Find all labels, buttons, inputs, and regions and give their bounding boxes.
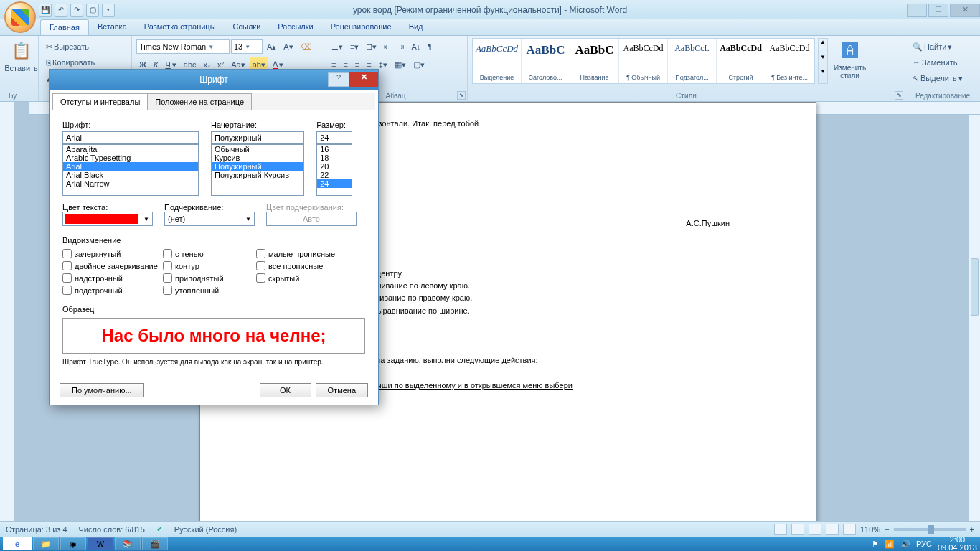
list-item[interactable]: Курсив xyxy=(212,154,303,162)
zoom-out-button[interactable]: − xyxy=(885,525,889,534)
view-draft[interactable] xyxy=(843,524,856,535)
view-print-layout[interactable] xyxy=(774,524,787,535)
cut-button[interactable]: ✂Вырезать xyxy=(43,39,92,54)
effect-checkbox[interactable]: зачеркнутый xyxy=(62,249,163,258)
minimize-button[interactable]: — xyxy=(907,4,927,17)
font-name-input[interactable] xyxy=(62,131,199,144)
style-item[interactable]: AaBbCcDdСтрогий xyxy=(717,39,765,83)
numbering-button[interactable]: ≡▾ xyxy=(347,39,362,54)
copy-button[interactable]: ⎘Копировать xyxy=(43,55,98,70)
indent-inc-button[interactable]: ⇥ xyxy=(395,39,407,54)
tray-date[interactable]: 09.04.2013 xyxy=(938,544,977,551)
show-marks-button[interactable]: ¶ xyxy=(425,39,435,54)
taskbar-chrome-icon[interactable]: ◉ xyxy=(60,537,86,550)
find-button[interactable]: 🔍Найти▾ xyxy=(910,39,955,54)
font-listbox[interactable]: AparajitaArabic TypesettingArialArial Bl… xyxy=(62,144,199,196)
list-item[interactable]: Arial Black xyxy=(63,171,198,179)
view-web[interactable] xyxy=(809,524,821,535)
list-item[interactable]: Полужирный xyxy=(212,162,303,171)
tab-home[interactable]: Главная xyxy=(40,19,89,35)
style-item[interactable]: AaBbCcDd¶ Без инте... xyxy=(765,39,814,83)
tray-language[interactable]: РУС xyxy=(916,540,932,548)
tray-flag-icon[interactable]: ⚑ xyxy=(872,540,879,549)
list-item[interactable]: Aparajita xyxy=(63,145,198,154)
default-button[interactable]: По умолчанию... xyxy=(60,383,144,397)
gallery-down-icon[interactable]: ▼ xyxy=(819,54,827,69)
cancel-button[interactable]: Отмена xyxy=(316,383,368,397)
save-icon[interactable]: 💾 xyxy=(39,4,52,17)
effect-checkbox[interactable]: двойное зачеркивание xyxy=(62,261,163,270)
font-name-combo[interactable]: Times New Roman▼ xyxy=(136,39,230,54)
shrink-font-icon[interactable]: A▾ xyxy=(281,39,296,54)
effect-checkbox[interactable]: все прописные xyxy=(256,261,357,270)
taskbar-ie-icon[interactable]: e xyxy=(3,537,32,550)
style-item[interactable]: AaBbCНазвание xyxy=(570,39,619,83)
taskbar-word-icon[interactable]: W xyxy=(88,537,113,550)
undo-icon[interactable]: ↶ xyxy=(55,4,67,17)
list-item[interactable]: 16 xyxy=(317,145,352,154)
effect-checkbox[interactable]: подстрочный xyxy=(62,286,163,295)
tray-volume-icon[interactable]: 🔊 xyxy=(900,540,910,549)
tab-view[interactable]: Вид xyxy=(400,19,432,35)
multilevel-button[interactable]: ⊟▾ xyxy=(363,39,380,54)
effect-checkbox[interactable]: приподнятый xyxy=(163,273,256,283)
zoom-level[interactable]: 110% xyxy=(860,525,880,534)
vertical-scrollbar[interactable] xyxy=(969,115,980,521)
proofing-icon[interactable]: ✔ xyxy=(156,524,163,534)
effect-checkbox[interactable]: надстрочный xyxy=(62,273,163,283)
list-item[interactable]: 18 xyxy=(317,154,352,162)
effect-checkbox[interactable]: с тенью xyxy=(163,249,256,258)
office-button[interactable] xyxy=(4,1,36,33)
style-item[interactable]: AaBbCcLПодзагол... xyxy=(668,39,717,83)
indent-dec-button[interactable]: ⇤ xyxy=(381,39,393,54)
effect-checkbox[interactable]: малые прописные xyxy=(256,249,357,258)
change-styles-button[interactable]: 🅰 Изменить стили xyxy=(831,38,869,84)
paste-button[interactable]: 📋 Вставить xyxy=(9,38,34,74)
tab-insert[interactable]: Вставка xyxy=(89,19,136,35)
status-words[interactable]: Число слов: 6/815 xyxy=(79,525,145,534)
list-item[interactable]: Обычный xyxy=(212,145,303,154)
style-item[interactable]: AaBbCcDdВыделение xyxy=(473,39,522,83)
font-size-input[interactable] xyxy=(316,131,352,144)
ok-button[interactable]: ОК xyxy=(260,383,311,397)
maximize-button[interactable]: ☐ xyxy=(928,4,948,17)
view-outline[interactable] xyxy=(826,524,839,535)
list-item[interactable]: 20 xyxy=(317,162,352,171)
borders-button[interactable]: ▢▾ xyxy=(410,57,428,72)
tray-network-icon[interactable]: 📶 xyxy=(885,540,895,549)
qat-more-icon[interactable]: ▾ xyxy=(102,4,115,17)
status-page[interactable]: Страница: 3 из 4 xyxy=(6,525,67,534)
dialog-help-button[interactable]: ? xyxy=(328,72,349,87)
dialog-tab-position[interactable]: Положение на странице xyxy=(147,93,252,110)
dialog-close-button[interactable]: ✕ xyxy=(349,72,378,87)
scrollbar-thumb[interactable] xyxy=(971,258,979,316)
shading-button[interactable]: ▦▾ xyxy=(392,57,409,72)
tab-review[interactable]: Рецензирование xyxy=(322,19,400,35)
list-item[interactable]: Arial xyxy=(63,162,198,171)
style-item[interactable]: AaBbCЗаголово... xyxy=(522,39,570,83)
effect-checkbox[interactable]: утопленный xyxy=(163,286,256,295)
list-item[interactable]: 22 xyxy=(317,171,352,179)
clear-format-icon[interactable]: ⌫ xyxy=(298,39,315,54)
dialog-tab-indents[interactable]: Отступы и интервалы xyxy=(52,93,148,110)
style-item[interactable]: AaBbCcDd¶ Обычный xyxy=(619,39,668,83)
list-item[interactable]: 24 xyxy=(317,179,352,188)
zoom-in-button[interactable]: + xyxy=(970,525,974,534)
taskbar-app-icon[interactable]: 🎬 xyxy=(142,537,168,550)
select-button[interactable]: ↖Выделить▾ xyxy=(910,71,966,85)
effect-checkbox[interactable]: контур xyxy=(163,261,256,270)
paragraph-launcher[interactable]: ⬊ xyxy=(457,91,466,100)
list-item[interactable]: Полужирный Курсив xyxy=(212,171,303,179)
effect-checkbox[interactable]: скрытый xyxy=(256,273,357,283)
taskbar-explorer-icon[interactable]: 📁 xyxy=(33,537,59,550)
dialog-titlebar[interactable]: Шрифт ? ✕ xyxy=(50,70,378,90)
tab-layout[interactable]: Разметка страницы xyxy=(136,19,225,35)
grow-font-icon[interactable]: A▴ xyxy=(264,39,279,54)
bullets-button[interactable]: ☰▾ xyxy=(329,39,346,54)
tab-mailings[interactable]: Рассылки xyxy=(269,19,321,35)
styles-launcher[interactable]: ⬊ xyxy=(895,91,903,100)
close-button[interactable]: ✕ xyxy=(950,4,980,17)
gallery-up-icon[interactable]: ▲ xyxy=(819,39,827,54)
redo-icon[interactable]: ↷ xyxy=(70,4,83,17)
font-style-input[interactable] xyxy=(211,131,304,144)
